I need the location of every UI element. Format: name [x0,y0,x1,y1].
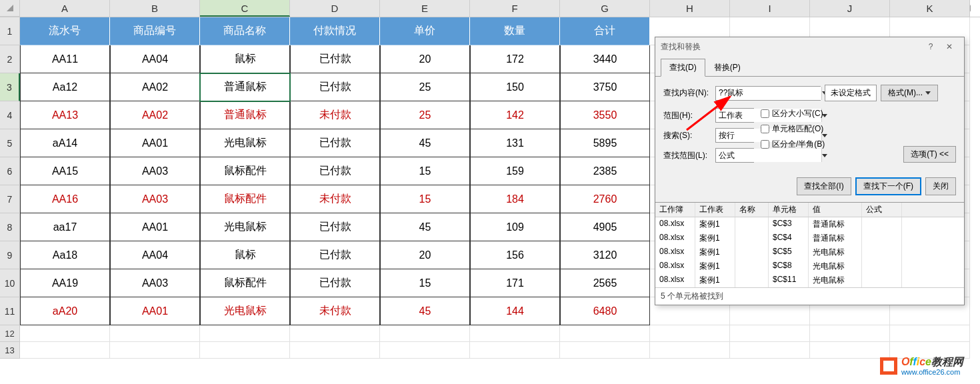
cell[interactable]: 25 [380,73,470,101]
result-row[interactable]: 08.xlsx案例1$C$8光电鼠标 [655,259,964,273]
cell[interactable]: 172 [470,45,560,73]
row-header-9[interactable]: 9 [0,241,20,269]
cell[interactable]: 20 [380,45,470,73]
row-header-6[interactable]: 6 [0,157,20,185]
row-header-4[interactable]: 4 [0,101,20,129]
table-header-cell[interactable]: 合计 [560,17,650,45]
cell[interactable]: 鼠标配件 [200,157,290,185]
cell[interactable]: 159 [470,157,560,185]
help-icon[interactable]: ? [921,39,940,54]
cell[interactable]: 已付款 [290,269,380,297]
cell[interactable]: 184 [470,185,560,213]
table-header-cell[interactable]: 付款情况 [290,17,380,45]
column-header-G[interactable]: G [560,0,650,17]
column-header-B[interactable]: B [110,0,200,17]
cell[interactable]: 已付款 [290,157,380,185]
table-header-cell[interactable]: 商品名称 [200,17,290,45]
cell[interactable]: 未付款 [290,297,380,325]
cell[interactable]: 2385 [560,157,650,185]
close-icon[interactable]: ✕ [940,39,959,54]
cell[interactable]: 5895 [560,129,650,157]
whole-cell-checkbox[interactable] [761,125,769,133]
table-header-cell[interactable]: 商品编号 [110,17,200,45]
cell[interactable]: 未付款 [290,101,380,129]
table-header-cell[interactable]: 数量 [470,17,560,45]
cell[interactable]: 3750 [560,73,650,101]
cell[interactable]: 131 [470,129,560,157]
search-combo[interactable] [715,128,754,143]
result-column-header[interactable]: 公式 [862,203,902,217]
cell[interactable]: aA20 [20,297,110,325]
cell[interactable]: AA11 [20,45,110,73]
cell[interactable]: 15 [380,157,470,185]
tab-replace[interactable]: 替换(P) [705,59,749,77]
cell[interactable]: AA02 [110,73,200,101]
table-header-cell[interactable]: 单价 [380,17,470,45]
cell[interactable]: 142 [470,101,560,129]
cell[interactable]: 已付款 [290,213,380,241]
column-header-F[interactable]: F [470,0,560,17]
column-header-D[interactable]: D [290,0,380,17]
cell[interactable]: AA03 [110,157,200,185]
result-row[interactable]: 08.xlsx案例1$C$11光电鼠标 [655,273,964,287]
cell[interactable]: 光电鼠标 [200,297,290,325]
column-header-A[interactable]: A [20,0,110,17]
close-button[interactable]: 关闭 [925,177,956,195]
cell[interactable]: 2565 [560,269,650,297]
result-column-header[interactable]: 单元格 [769,203,809,217]
cell[interactable]: AA01 [110,213,200,241]
row-header-13[interactable]: 13 [0,342,20,359]
row-header-3[interactable]: 3 [0,73,20,101]
cell[interactable]: 光电鼠标 [200,129,290,157]
cell[interactable]: 144 [470,297,560,325]
result-row[interactable]: 08.xlsx案例1$C$3普通鼠标 [655,217,964,231]
cell[interactable]: AA13 [20,101,110,129]
cell[interactable]: AA03 [110,185,200,213]
table-header-cell[interactable]: 流水号 [20,17,110,45]
tab-find[interactable]: 查找(D) [661,59,705,77]
options-button[interactable]: 选项(T) << [903,146,956,163]
find-all-button[interactable]: 查找全部(I) [797,177,851,195]
row-header-12[interactable]: 12 [0,325,20,342]
column-header-E[interactable]: E [380,0,470,17]
row-header-2[interactable]: 2 [0,45,20,73]
cell[interactable]: 6480 [560,297,650,325]
cell[interactable]: Aa18 [20,241,110,269]
cell[interactable]: AA16 [20,185,110,213]
cell[interactable]: AA02 [110,101,200,129]
find-content-combo[interactable] [715,86,821,101]
cell[interactable]: 鼠标配件 [200,269,290,297]
result-row[interactable]: 08.xlsx案例1$C$4普通鼠标 [655,231,964,245]
cell[interactable]: AA15 [20,157,110,185]
cell[interactable]: 普通鼠标 [200,101,290,129]
row-header-1[interactable]: 1 [0,17,20,45]
cell[interactable]: 已付款 [290,45,380,73]
cell[interactable]: 45 [380,297,470,325]
cell[interactable]: 150 [470,73,560,101]
result-row[interactable]: 08.xlsx案例1$C$5光电鼠标 [655,245,964,259]
find-next-button[interactable]: 查找下一个(F) [855,177,921,195]
column-header-J[interactable]: J [810,0,890,17]
cell[interactable]: AA03 [110,269,200,297]
result-column-header[interactable]: 名称 [735,203,769,217]
result-column-header[interactable]: 工作簿 [655,203,695,217]
cell[interactable]: 2760 [560,185,650,213]
select-all-corner[interactable] [0,0,20,17]
cell[interactable]: 4905 [560,213,650,241]
column-header-H[interactable]: H [650,0,730,17]
cell[interactable]: 鼠标配件 [200,185,290,213]
lookin-combo[interactable] [715,148,754,163]
cell[interactable]: Aa12 [20,73,110,101]
cell[interactable]: 普通鼠标 [200,73,290,101]
cell[interactable]: 15 [380,185,470,213]
column-header-C[interactable]: C [200,0,290,17]
full-half-width-checkbox[interactable] [761,140,769,149]
result-column-header[interactable]: 值 [809,203,862,217]
cell[interactable]: 109 [470,213,560,241]
cell[interactable]: 3550 [560,101,650,129]
cell[interactable]: AA04 [110,241,200,269]
match-case-checkbox[interactable] [761,109,769,118]
cell[interactable]: 鼠标 [200,241,290,269]
cell[interactable]: 45 [380,129,470,157]
cell[interactable]: 171 [470,269,560,297]
